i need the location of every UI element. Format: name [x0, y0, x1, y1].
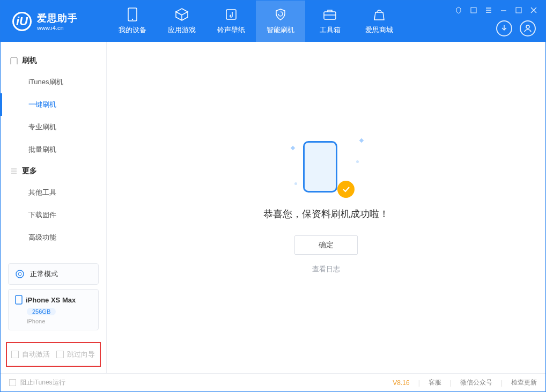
mode-box[interactable]: 正常模式 [8, 263, 99, 285]
nav-my-device[interactable]: 我的设备 [108, 1, 157, 42]
nav-ringtone-wallpaper[interactable]: 铃声壁纸 [206, 1, 256, 42]
device-storage: 256GB [27, 308, 56, 315]
checkbox-icon [11, 351, 19, 358]
nav-label: 我的设备 [119, 25, 146, 35]
checkbox-auto-activate[interactable]: 自动激活 [11, 350, 50, 359]
logo-text: 爱思助手 www.i4.cn [37, 12, 78, 31]
sidebar-item-other-tools[interactable]: 其他工具 [1, 181, 106, 204]
app-window: iU 爱思助手 www.i4.cn 我的设备 应用游戏 铃声壁纸 智能刷机 [0, 0, 546, 392]
sync-icon [15, 269, 25, 279]
svg-rect-2 [226, 10, 236, 19]
main-content: 恭喜您，保资料刷机成功啦！ 确定 查看日志 [107, 42, 545, 373]
list-icon [10, 167, 18, 175]
device-box[interactable]: iPhone XS Max 256GB iPhone [8, 289, 99, 330]
settings1-icon[interactable] [454, 6, 463, 14]
sidebar-item-batch-flash[interactable]: 批量刷机 [1, 138, 106, 161]
checkbox-label: 跳过向导 [67, 350, 95, 359]
svg-rect-3 [324, 12, 336, 19]
view-log-link[interactable]: 查看日志 [312, 264, 340, 274]
support-link[interactable]: 客服 [429, 378, 441, 387]
wechat-link[interactable]: 微信公众号 [460, 378, 492, 387]
checkbox-label: 自动激活 [22, 350, 50, 359]
app-title: 爱思助手 [37, 12, 78, 25]
app-subtitle: www.i4.cn [37, 25, 78, 31]
device-name: iPhone XS Max [26, 296, 76, 304]
header-actions [496, 20, 536, 36]
sidebar-group-flash: 刷机 [1, 50, 106, 71]
nav-label: 爱思商城 [365, 25, 393, 35]
success-message: 恭喜您，保资料刷机成功啦！ [263, 208, 389, 220]
svg-rect-9 [16, 295, 22, 304]
nav-store[interactable]: 爱思商城 [355, 1, 404, 42]
download-icon[interactable] [496, 20, 512, 36]
svg-point-6 [526, 25, 529, 28]
checkbox-icon [56, 351, 64, 358]
nav-toolbox[interactable]: 工具箱 [305, 1, 355, 42]
window-controls [454, 6, 538, 14]
block-itunes-label[interactable]: 阻止iTunes运行 [20, 378, 65, 387]
footer: 阻止iTunes运行 V8.16 | 客服 | 微信公众号 | 检查更新 [1, 373, 545, 391]
maximize-icon[interactable] [514, 6, 523, 14]
skin-icon[interactable] [469, 6, 478, 14]
header: iU 爱思助手 www.i4.cn 我的设备 应用游戏 铃声壁纸 智能刷机 [1, 1, 545, 42]
phone-icon [126, 8, 139, 21]
sidebar-item-advanced[interactable]: 高级功能 [1, 226, 106, 249]
check-badge-icon [337, 181, 355, 198]
close-icon[interactable] [529, 6, 538, 14]
nav-label: 应用游戏 [168, 25, 196, 35]
logo-area: iU 爱思助手 www.i4.cn [1, 12, 108, 31]
user-icon[interactable] [520, 20, 536, 36]
cube-icon [175, 8, 189, 21]
menu-icon[interactable] [484, 6, 493, 14]
sidebar-scroll: 刷机 iTunes刷机 一键刷机 专业刷机 批量刷机 更多 其他工具 下载固件 … [1, 42, 106, 259]
phone-graphic-icon [303, 141, 337, 193]
svg-rect-4 [471, 8, 476, 13]
svg-rect-5 [516, 8, 521, 13]
bag-icon [372, 8, 386, 21]
ok-button[interactable]: 确定 [294, 235, 358, 255]
svg-point-8 [16, 270, 24, 278]
device-name-row: iPhone XS Max [15, 295, 92, 305]
highlight-box: 自动激活 跳过向导 [6, 342, 101, 367]
group-label: 刷机 [22, 56, 37, 65]
sidebar-item-pro-flash[interactable]: 专业刷机 [1, 116, 106, 138]
mode-label: 正常模式 [30, 269, 58, 279]
device-icon [10, 57, 18, 64]
success-illustration [303, 141, 349, 195]
phone-small-icon [15, 295, 23, 305]
nav-label: 工具箱 [320, 25, 341, 35]
sidebar: 刷机 iTunes刷机 一键刷机 专业刷机 批量刷机 更多 其他工具 下载固件 … [1, 42, 107, 373]
nav-label: 铃声壁纸 [217, 25, 245, 35]
sidebar-group-more: 更多 [1, 161, 106, 181]
update-link[interactable]: 检查更新 [511, 378, 537, 387]
body: 刷机 iTunes刷机 一键刷机 专业刷机 批量刷机 更多 其他工具 下载固件 … [1, 42, 545, 373]
minimize-icon[interactable] [499, 6, 508, 14]
logo-icon: iU [12, 12, 32, 31]
version-label: V8.16 [393, 379, 409, 387]
nav-tabs: 我的设备 应用游戏 铃声壁纸 智能刷机 工具箱 爱思商城 [108, 1, 404, 42]
checkbox-skip-guide[interactable]: 跳过向导 [56, 350, 95, 359]
briefcase-icon [323, 8, 337, 21]
sidebar-item-download-firmware[interactable]: 下载固件 [1, 204, 106, 226]
nav-label: 智能刷机 [267, 25, 294, 35]
checkbox-icon[interactable] [9, 379, 16, 386]
nav-apps-games[interactable]: 应用游戏 [157, 1, 206, 42]
shield-icon [274, 8, 287, 21]
group-label: 更多 [22, 166, 37, 176]
sidebar-item-itunes-flash[interactable]: iTunes刷机 [1, 71, 106, 93]
svg-rect-7 [11, 57, 17, 64]
svg-point-1 [132, 19, 133, 20]
device-type: iPhone [27, 318, 92, 324]
music-icon [224, 8, 238, 21]
sidebar-item-oneclick-flash[interactable]: 一键刷机 [1, 93, 106, 116]
footer-right: V8.16 | 客服 | 微信公众号 | 检查更新 [393, 378, 537, 387]
nav-smart-flash[interactable]: 智能刷机 [256, 1, 305, 42]
